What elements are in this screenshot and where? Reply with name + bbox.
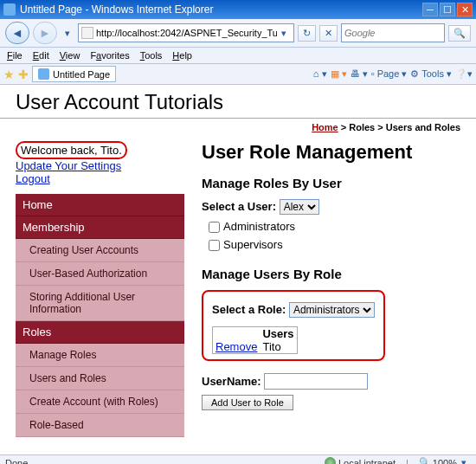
username-label: UserName: — [202, 375, 261, 388]
menu-edit[interactable]: Edit — [33, 50, 49, 61]
feeds-button[interactable]: ▦ ▾ — [331, 68, 347, 80]
page-icon — [81, 27, 93, 39]
left-column: Welcome back, Tito. Update Your Settings… — [16, 141, 184, 437]
tab-title: Untitled Page — [53, 69, 110, 80]
window-titlebar: Untitled Page - Windows Internet Explore… — [0, 0, 476, 19]
security-zone: Local intranet — [338, 458, 396, 465]
select-role-label: Select a Role: — [212, 303, 286, 316]
role-selection-highlight: Select a Role: Administrators Users Remo… — [202, 290, 385, 361]
zoom-icon[interactable]: 🔍 — [419, 457, 431, 464]
breadcrumb-current: Users and Roles — [386, 122, 460, 132]
nav-creating-accounts[interactable]: Creating User Accounts — [16, 239, 184, 262]
site-title: User Account Tutorials — [16, 90, 223, 114]
section-manage-by-role: Manage Users By Role — [202, 267, 460, 281]
minimize-button[interactable]: ─ — [422, 3, 438, 16]
tools-menu[interactable]: ⚙ Tools ▾ — [410, 68, 452, 80]
zoom-level: 100% — [433, 458, 457, 465]
breadcrumb-home[interactable]: Home — [312, 122, 338, 132]
select-user-dropdown[interactable]: Alex — [280, 199, 319, 215]
row-username: Tito — [260, 340, 297, 354]
home-button[interactable]: ⌂ ▾ — [313, 68, 327, 80]
welcome-message: Welcome back, Tito. — [16, 141, 127, 159]
window-title: Untitled Page - Windows Internet Explore… — [20, 3, 421, 16]
tab-page-icon — [38, 68, 49, 80]
nav-home[interactable]: Home — [16, 194, 184, 216]
refresh-button[interactable]: ↻ — [298, 25, 316, 42]
menu-favorites[interactable]: Favorites — [90, 50, 129, 61]
print-button[interactable]: 🖶 ▾ — [351, 68, 368, 80]
checkbox-supervisors-label: Supervisors — [223, 238, 283, 251]
status-bar: Done Local intranet | 🔍 100% ▾ — [0, 454, 476, 464]
nav-history-dropdown[interactable]: ▾ — [61, 28, 74, 39]
table-row: Remove Tito — [213, 340, 298, 354]
checkbox-supervisors[interactable] — [209, 240, 220, 251]
nav-role-based[interactable]: Role-Based — [16, 414, 184, 437]
forward-button[interactable]: ► — [33, 22, 57, 44]
menu-bar: File Edit View Favorites Tools Help — [0, 48, 476, 64]
browser-tab[interactable]: Untitled Page — [32, 66, 116, 82]
users-in-role-table: Users Remove Tito — [212, 326, 298, 354]
menu-tools[interactable]: Tools — [140, 50, 163, 61]
remove-user-link[interactable]: Remove — [215, 340, 257, 353]
nav-roles[interactable]: Roles — [16, 321, 184, 344]
page-h2: User Role Management — [202, 141, 460, 164]
nav-storing-info[interactable]: Storing Additional User Information — [16, 286, 184, 321]
breadcrumb-roles: Roles — [349, 122, 375, 132]
help-button[interactable]: ❔▾ — [455, 68, 473, 80]
menu-file[interactable]: File — [7, 50, 23, 61]
maximize-button[interactable]: ☐ — [440, 3, 455, 16]
menu-help[interactable]: Help — [172, 50, 192, 61]
menu-view[interactable]: View — [60, 50, 80, 61]
users-header: Users — [260, 327, 297, 341]
select-role-dropdown[interactable]: Administrators — [289, 302, 375, 318]
checkbox-administrators[interactable] — [209, 222, 220, 233]
address-dropdown[interactable]: ▾ — [277, 28, 291, 39]
zone-icon — [325, 457, 336, 464]
checkbox-administrators-label: Administrators — [223, 220, 295, 233]
nav-toolbar: ◄ ► ▾ ▾ ↻ ✕ 🔍 — [0, 19, 476, 48]
nav-create-account-roles[interactable]: Create Account (with Roles) — [16, 390, 184, 414]
status-text: Done — [5, 458, 28, 465]
search-button[interactable]: 🔍 — [448, 25, 471, 42]
favorites-star-icon[interactable]: ★ — [3, 68, 15, 81]
close-button[interactable]: ✕ — [457, 3, 473, 16]
nav-user-auth[interactable]: User-Based Authorization — [16, 262, 184, 286]
stop-button[interactable]: ✕ — [319, 25, 338, 42]
ie-icon — [3, 3, 16, 16]
zoom-dropdown[interactable]: ▾ — [457, 457, 471, 464]
main-content: User Role Management Manage Roles By Use… — [184, 141, 460, 437]
logout-link[interactable]: Logout — [16, 172, 184, 185]
update-settings-link[interactable]: Update Your Settings — [16, 159, 184, 172]
search-input[interactable] — [344, 28, 441, 38]
nav-membership[interactable]: Membership — [16, 216, 184, 239]
username-input[interactable] — [264, 373, 368, 390]
nav-manage-roles[interactable]: Manage Roles — [16, 344, 184, 367]
page-menu[interactable]: ▫ Page ▾ — [371, 68, 408, 80]
page-header: User Account Tutorials — [0, 85, 476, 119]
select-user-label: Select a User: — [202, 200, 276, 213]
add-user-to-role-button[interactable]: Add User to Role — [202, 395, 293, 410]
section-manage-by-user: Manage Roles By User — [202, 176, 460, 190]
address-input[interactable] — [96, 28, 277, 38]
side-nav: Home Membership Creating User Accounts U… — [16, 194, 184, 437]
add-favorite-icon[interactable]: ✚ — [18, 68, 29, 81]
tab-command-bar: ★ ✚ Untitled Page ⌂ ▾ ▦ ▾ 🖶 ▾ ▫ Page ▾ ⚙… — [0, 64, 476, 85]
breadcrumb: Home > Roles > Users and Roles — [0, 119, 476, 132]
nav-users-and-roles[interactable]: Users and Roles — [16, 367, 184, 390]
search-box[interactable] — [341, 23, 445, 42]
address-bar[interactable]: ▾ — [78, 23, 294, 42]
back-button[interactable]: ◄ — [5, 22, 29, 44]
